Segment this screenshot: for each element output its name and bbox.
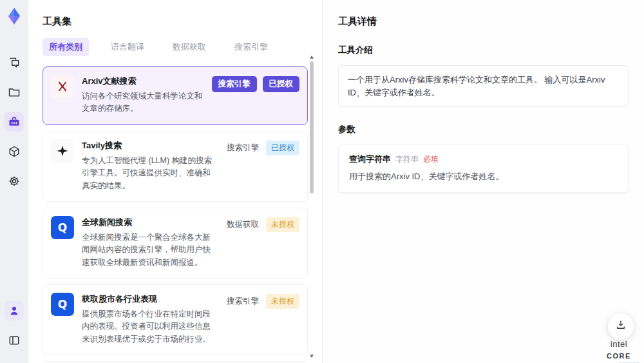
tool-name: 获取股市各行业表现	[82, 293, 218, 305]
cube-icon	[8, 145, 21, 158]
tavily-logo-icon	[51, 139, 74, 162]
panel-toggle-icon	[8, 334, 21, 347]
sidebar-item-toolset[interactable]	[5, 112, 24, 132]
category-tab[interactable]: 搜索引擎	[228, 38, 274, 56]
settings-icon	[8, 175, 21, 188]
tool-detail-pane: 工具详情 工具介绍 一个用于从Arxiv存储库搜索科学论文和文章的工具。 输入可…	[322, 0, 644, 363]
tool-name: Tavily搜索	[82, 140, 218, 152]
download-button[interactable]	[607, 313, 634, 340]
sidebar-item-panel-toggle[interactable]	[5, 331, 24, 350]
scrollbar-thumb[interactable]	[310, 61, 314, 193]
tool-description: 提供股票市场各个行业在特定时间段内的表现。投资者可以利用这些信息来识别表现优于或…	[82, 308, 218, 346]
tool-category-badge: 搜索引擎	[225, 294, 260, 309]
core-brand-text: CORE	[607, 352, 631, 360]
param-type: 字符串	[395, 154, 419, 165]
detail-title: 工具详情	[338, 15, 629, 28]
category-tab[interactable]: 所有类别	[43, 38, 89, 56]
sidebar-item-models[interactable]	[5, 142, 24, 161]
list-scrollbar[interactable]	[310, 55, 314, 358]
tool-status-badge: 已授权	[266, 141, 299, 155]
tool-name: 全球新闻搜索	[82, 217, 218, 228]
sidebar-rail	[0, 0, 28, 363]
tool-category-badge: 搜索引擎	[225, 141, 260, 155]
sidebar-item-user[interactable]	[5, 301, 24, 320]
page-title: 工具集	[43, 15, 308, 28]
global-news-logo-icon: Q	[51, 216, 74, 239]
tool-status-badge: 已授权	[263, 76, 300, 92]
toolbox-icon	[8, 115, 21, 128]
chat-icon	[8, 56, 21, 69]
toolset-pane: 工具集 所有类别语言翻译数据获取搜索引擎 Arxiv文献搜索 访问各个研究领域大…	[28, 0, 322, 363]
app-logo[interactable]	[5, 6, 24, 26]
param-card: 查询字符串 字符串 必填 用于搜索的Arxiv ID、关键字或作者姓名。	[338, 144, 629, 193]
stock-logo-icon: Q	[51, 293, 74, 316]
category-tab[interactable]: 数据获取	[166, 38, 213, 56]
param-description: 用于搜索的Arxiv ID、关键字或作者姓名。	[349, 171, 618, 182]
tool-status-badge: 未授权	[266, 294, 299, 309]
intro-heading: 工具介绍	[338, 44, 629, 56]
tool-status-badge: 未授权	[266, 217, 299, 232]
sidebar-item-chat[interactable]	[5, 53, 24, 72]
tool-card[interactable]: Q 全球新闻搜索 全球新闻搜索是一个聚合全球各大新闻网站内容的搜索引擎，帮助用户…	[43, 208, 308, 279]
param-required-flag: 必填	[423, 154, 439, 165]
intel-core-logo: intel CORE	[598, 338, 640, 363]
category-tabs: 所有类别语言翻译数据获取搜索引擎	[43, 38, 308, 56]
params-list: 查询字符串 字符串 必填 用于搜索的Arxiv ID、关键字或作者姓名。	[338, 144, 629, 193]
sidebar-item-settings[interactable]	[5, 172, 24, 191]
scroll-down-arrow-icon[interactable]	[310, 355, 314, 358]
tool-description: 访问各个研究领域大量科学论文和文章的存储库。	[82, 90, 204, 115]
scroll-up-arrow-icon[interactable]	[310, 55, 314, 59]
folder-icon	[8, 86, 21, 99]
tool-category-badge: 数据获取	[225, 217, 260, 232]
intro-text: 一个用于从Arxiv存储库搜索科学论文和文章的工具。 输入可以是Arxiv ID…	[338, 65, 629, 107]
tool-category-badge: 搜索引擎	[212, 76, 257, 92]
category-tab[interactable]: 语言翻译	[104, 38, 151, 56]
tool-name: Arxiv文献搜索	[82, 75, 204, 87]
tool-description: 专为人工智能代理 (LLM) 构建的搜索引擎工具。可快速提供实时、准确和真实的结…	[82, 155, 218, 192]
tool-description: 全球新闻搜索是一个聚合全球各大新闻网站内容的搜索引擎，帮助用户快速获取全球最新资…	[82, 231, 218, 269]
tool-card[interactable]: Tavily搜索 专为人工智能代理 (LLM) 构建的搜索引擎工具。可快速提供实…	[43, 131, 308, 202]
sidebar-item-files[interactable]	[5, 83, 24, 102]
tool-card[interactable]: Q 获取股市各行业表现 提供股票市场各个行业在特定时间段内的表现。投资者可以利用…	[43, 284, 308, 355]
user-icon	[8, 304, 21, 317]
tool-card[interactable]: Arxiv文献搜索 访问各个研究领域大量科学论文和文章的存储库。 搜索引擎 已授…	[43, 66, 308, 125]
tool-list: Arxiv文献搜索 访问各个研究领域大量科学论文和文章的存储库。 搜索引擎 已授…	[43, 66, 308, 363]
params-heading: 参数	[338, 124, 629, 135]
param-name: 查询字符串	[349, 153, 391, 165]
arxiv-logo-icon	[51, 75, 74, 98]
download-icon	[615, 319, 627, 333]
intel-brand-text: intel	[611, 339, 627, 349]
